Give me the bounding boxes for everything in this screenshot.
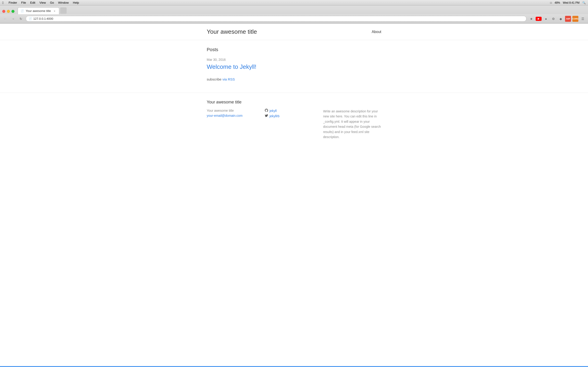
posts-section: Posts Mar 30, 2016 Welcome to Jekyll! su…: [207, 47, 381, 81]
post-item: Mar 30, 2016 Welcome to Jekyll!: [207, 58, 381, 70]
twitter-link[interactable]: jekyllrb: [269, 114, 279, 118]
forward-button[interactable]: →: [10, 16, 16, 22]
address-bar: ← → ↻ 📄 127.0.0.1:4000 ★ ▶ ● ⚙ ◆ ABP COR…: [0, 14, 588, 23]
url-bar[interactable]: 📄 127.0.0.1:4000: [26, 16, 527, 22]
subscribe-text: subscribe: [207, 77, 221, 81]
footer-title: Your awesome title: [207, 100, 381, 105]
close-icon: ×: [54, 10, 55, 12]
settings-icon[interactable]: ⚙: [550, 16, 556, 22]
new-tab-button[interactable]: ​: [60, 7, 67, 14]
apple-menu[interactable]: : [2, 1, 3, 5]
site-main: Posts Mar 30, 2016 Welcome to Jekyll! su…: [202, 40, 386, 88]
close-button[interactable]: [2, 10, 5, 13]
github-icon: [265, 109, 268, 113]
maximize-button[interactable]: [11, 10, 15, 13]
bookmark-icon[interactable]: ★: [528, 16, 534, 22]
menu-go[interactable]: Go: [50, 1, 54, 4]
footer-col-3: Write an awesome description for your ne…: [323, 109, 381, 140]
extension-icon-1[interactable]: ●: [543, 16, 549, 22]
footer-description: Write an awesome description for your ne…: [323, 109, 381, 140]
footer-email-link[interactable]: your-email@domain.com: [207, 114, 265, 117]
github-link[interactable]: jekyll: [269, 109, 277, 113]
menu-icon[interactable]: ☰: [580, 16, 586, 22]
menu-finder[interactable]: Finder: [9, 1, 17, 4]
footer-col-2: jekyll jekyllrb: [265, 109, 323, 140]
rss-link[interactable]: via RSS: [222, 77, 235, 81]
menu-view[interactable]: View: [40, 1, 46, 4]
site-nav: About: [372, 30, 381, 34]
post-title-link[interactable]: Welcome to Jekyll!: [207, 63, 256, 70]
site-title: Your awesome title: [207, 28, 257, 35]
mac-menubar:  Finder File Edit View Go Window Help □…: [0, 0, 588, 6]
twitter-icon: [265, 114, 268, 118]
menu-help[interactable]: Help: [73, 1, 79, 4]
toolbar-right: ★ ▶ ● ⚙ ◆ ABP CORS ☰: [528, 16, 586, 22]
dropbox-icon: □: [550, 1, 552, 4]
twitter-item: jekyllrb: [265, 114, 323, 118]
tab-title: Your awesome title: [26, 9, 51, 13]
github-item: jekyll: [265, 109, 323, 113]
back-button[interactable]: ←: [2, 16, 8, 22]
lock-icon: 📄: [29, 17, 32, 20]
footer-col-1: Your awesome title your-email@domain.com: [207, 109, 265, 140]
nav-about-link[interactable]: About: [372, 30, 381, 34]
tab-close-button[interactable]: ×: [52, 9, 56, 13]
abp-icon[interactable]: ABP: [565, 16, 571, 22]
youtube-icon[interactable]: ▶: [536, 17, 542, 21]
footer-columns: Your awesome title your-email@domain.com…: [207, 109, 381, 140]
menu-file[interactable]: File: [21, 1, 26, 4]
post-date: Mar 30, 2016: [207, 58, 381, 61]
menu-edit[interactable]: Edit: [30, 1, 35, 4]
tab-bar: 📄 Your awesome title × ​: [0, 6, 588, 14]
site-footer: Your awesome title Your awesome title yo…: [0, 93, 588, 146]
post-title: Welcome to Jekyll!: [207, 63, 381, 70]
reload-button[interactable]: ↻: [18, 16, 24, 22]
browser-chrome: 📄 Your awesome title × ​ ← → ↻ 📄 127.0.0…: [0, 6, 588, 24]
clock: Wed 8:41 PM: [563, 1, 579, 4]
site-content: Your awesome title About Posts Mar 30, 2…: [0, 24, 588, 146]
cors-icon[interactable]: CORS: [572, 16, 578, 22]
search-icon[interactable]: 🔍: [582, 1, 586, 4]
extension-icon-2[interactable]: ◆: [558, 16, 564, 22]
active-tab[interactable]: 📄 Your awesome title ×: [18, 7, 59, 14]
footer-site-name: Your awesome title: [207, 109, 265, 112]
menu-window[interactable]: Window: [58, 1, 69, 4]
tab-favicon-icon: 📄: [21, 9, 24, 12]
url-text: 127.0.0.1:4000: [33, 17, 53, 20]
subscribe-line: subscribe via RSS: [207, 77, 381, 81]
minimize-button[interactable]: [7, 10, 10, 13]
battery-indicator: 48%: [554, 1, 560, 4]
traffic-lights: [2, 10, 15, 13]
posts-heading: Posts: [207, 47, 381, 52]
site-header: Your awesome title About: [0, 24, 588, 40]
menubar-right: □ 48% Wed 8:41 PM 🔍: [550, 1, 586, 4]
